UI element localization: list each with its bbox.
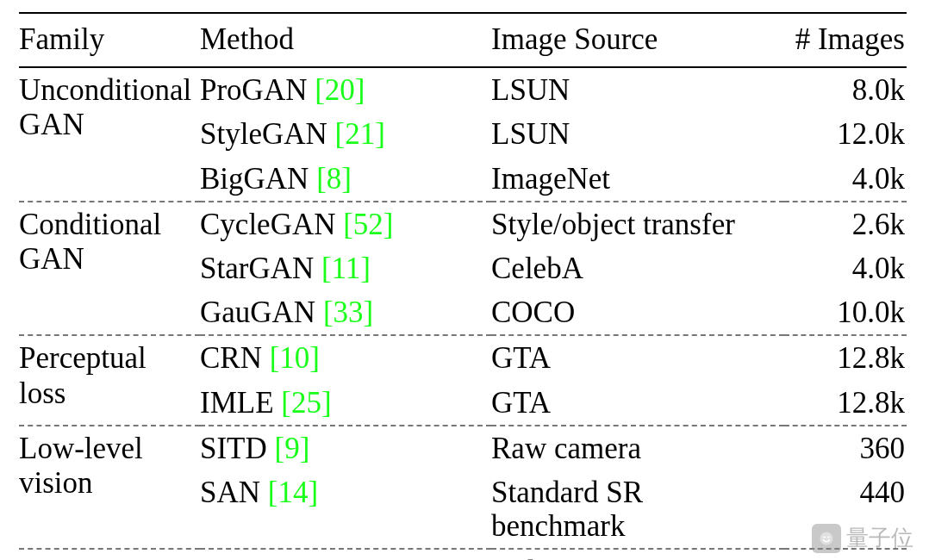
method-name: ProGAN: [200, 73, 307, 107]
images-cell: 4.0k: [784, 246, 907, 290]
method-cell: ProGAN [20]: [200, 67, 491, 112]
family-cell: UnconditionalGAN: [19, 67, 200, 202]
col-header-source: Image Source: [491, 13, 784, 67]
method-cell: SAN [14]: [200, 470, 491, 549]
images-cell: 8.0k: [784, 67, 907, 112]
source-cell: COCO: [491, 290, 784, 335]
images-cell: 5.4k: [784, 549, 907, 560]
method-name: StarGAN: [200, 252, 314, 285]
table-row: PerceptuallossCRN [10]GTA12.8k: [19, 335, 907, 380]
method-cell: StyleGAN [21]: [200, 112, 491, 156]
source-cell: CelebA: [491, 246, 784, 290]
family-label-line: Deepfake: [19, 555, 134, 560]
method-name: GauGAN: [200, 296, 315, 329]
table-row: ConditionalGANCycleGAN [52]Style/object …: [19, 202, 907, 246]
citation-link[interactable]: [21]: [335, 117, 385, 151]
method-cell: CRN [10]: [200, 335, 491, 380]
table-header-row: Family Method Image Source # Images: [19, 13, 907, 67]
citation-link[interactable]: [8]: [316, 162, 352, 196]
family-label-line: GAN: [19, 108, 84, 141]
col-header-images: # Images: [784, 13, 907, 67]
method-name: FaceForensics++: [200, 555, 407, 560]
images-cell: 2.6k: [784, 202, 907, 246]
citation-link[interactable]: [10]: [270, 341, 320, 375]
method-name: SITD: [200, 432, 267, 465]
method-name: CycleGAN: [200, 208, 335, 241]
source-cell: ImageNet: [491, 157, 784, 202]
method-name: SAN: [200, 476, 260, 509]
table-row: Low-levelvisionSITD [9]Raw camera360: [19, 426, 907, 470]
source-cell: LSUN: [491, 112, 784, 156]
method-cell: CycleGAN [52]: [200, 202, 491, 246]
family-label-line: GAN: [19, 242, 84, 276]
source-cell: GTA: [491, 381, 784, 426]
family-label-line: Unconditional: [19, 73, 191, 107]
citation-link[interactable]: [11]: [321, 252, 371, 285]
method-name: IMLE: [200, 386, 274, 420]
family-label-line: vision: [19, 466, 93, 500]
citation-link[interactable]: [38]: [414, 555, 464, 560]
col-header-method: Method: [200, 13, 491, 67]
table-wrapper: Family Method Image Source # Images Unco…: [0, 0, 929, 560]
images-cell: 10.0k: [784, 290, 907, 335]
methods-table: Family Method Image Source # Images Unco…: [19, 12, 907, 560]
method-cell: FaceForensics++ [38]: [200, 549, 491, 560]
images-cell: 4.0k: [784, 157, 907, 202]
source-cell: LSUN: [491, 67, 784, 112]
images-cell: 12.8k: [784, 381, 907, 426]
col-header-family: Family: [19, 13, 200, 67]
family-label-line: loss: [19, 376, 65, 410]
citation-link[interactable]: [25]: [281, 386, 331, 420]
method-cell: BigGAN [8]: [200, 157, 491, 202]
method-cell: StarGAN [11]: [200, 246, 491, 290]
images-cell: 12.8k: [784, 335, 907, 380]
images-cell: 12.0k: [784, 112, 907, 156]
family-cell: Low-levelvision: [19, 426, 200, 550]
family-cell: Perceptualloss: [19, 335, 200, 425]
method-name: StyleGAN: [200, 117, 327, 151]
citation-link[interactable]: [14]: [268, 476, 318, 509]
citation-link[interactable]: [33]: [323, 296, 373, 329]
images-cell: 440: [784, 470, 907, 549]
family-label-line: Low-level: [19, 432, 143, 465]
table-row: DeepfakeFaceForensics++ [38]Videos of fa…: [19, 549, 907, 560]
family-label-line: Conditional: [19, 208, 161, 241]
family-label-line: Perceptual: [19, 341, 147, 375]
citation-link[interactable]: [20]: [315, 73, 365, 107]
table-row: UnconditionalGANProGAN [20]LSUN8.0k: [19, 67, 907, 112]
citation-link[interactable]: [9]: [275, 432, 310, 465]
method-name: BigGAN: [200, 162, 309, 196]
table-body: UnconditionalGANProGAN [20]LSUN8.0kStyle…: [19, 67, 907, 560]
method-cell: GauGAN [33]: [200, 290, 491, 335]
citation-link[interactable]: [52]: [343, 208, 393, 241]
source-cell: GTA: [491, 335, 784, 380]
source-cell: Style/object transfer: [491, 202, 784, 246]
method-cell: SITD [9]: [200, 426, 491, 470]
family-cell: Deepfake: [19, 549, 200, 560]
family-cell: ConditionalGAN: [19, 202, 200, 336]
source-cell: Standard SR benchmark: [491, 470, 784, 549]
source-cell: Raw camera: [491, 426, 784, 470]
method-cell: IMLE [25]: [200, 381, 491, 426]
source-cell: Videos of faces: [491, 549, 784, 560]
images-cell: 360: [784, 426, 907, 470]
method-name: CRN: [200, 341, 262, 375]
